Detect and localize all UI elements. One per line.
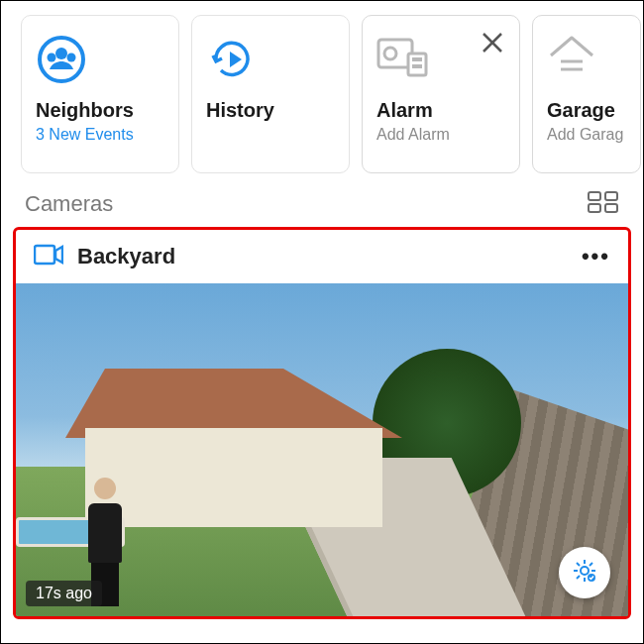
history-icon [206, 34, 335, 97]
garage-label: Garage [547, 99, 626, 122]
svg-rect-14 [589, 192, 600, 200]
svg-line-28 [577, 576, 580, 579]
camera-preview[interactable]: 17s ago [16, 283, 628, 616]
gear-icon [572, 558, 597, 588]
neighbors-icon [36, 34, 164, 97]
garage-tile[interactable]: Garage Add Garag [532, 15, 641, 173]
dashboard-tiles-row: Neighbors 3 New Events History [1, 1, 643, 185]
grid-view-icon[interactable] [588, 191, 619, 217]
svg-line-27 [590, 563, 592, 566]
camera-settings-button[interactable] [559, 547, 610, 598]
camera-card-header: Backyard ••• [16, 230, 628, 283]
neighbors-sub[interactable]: 3 New Events [36, 126, 164, 144]
camera-name: Backyard [77, 244, 568, 269]
svg-rect-18 [35, 246, 54, 264]
svg-point-20 [581, 567, 589, 575]
svg-line-25 [577, 563, 580, 566]
svg-point-3 [67, 54, 76, 62]
timestamp-badge: 17s ago [26, 581, 102, 606]
alarm-sub: Add Alarm [376, 126, 505, 144]
svg-rect-15 [605, 192, 617, 200]
svg-point-8 [384, 48, 396, 59]
neighbors-tile[interactable]: Neighbors 3 New Events [21, 15, 179, 173]
camera-icon [34, 244, 63, 269]
cameras-section-label: Cameras [25, 191, 113, 217]
svg-rect-17 [605, 204, 617, 212]
more-options-icon[interactable]: ••• [582, 244, 610, 269]
svg-marker-4 [230, 52, 242, 67]
alarm-label: Alarm [376, 99, 505, 122]
garage-sub: Add Garag [547, 126, 626, 144]
alarm-tile[interactable]: Alarm Add Alarm [362, 15, 520, 173]
svg-rect-10 [412, 57, 422, 61]
svg-point-1 [55, 48, 67, 59]
camera-card-backyard[interactable]: Backyard ••• 17s ago [13, 227, 631, 619]
svg-rect-16 [589, 204, 600, 212]
svg-rect-11 [412, 64, 422, 68]
history-label: History [206, 99, 335, 122]
svg-marker-19 [55, 247, 62, 263]
history-tile[interactable]: History [191, 15, 350, 173]
neighbors-label: Neighbors [36, 99, 164, 122]
svg-point-2 [48, 54, 56, 62]
garage-icon [547, 34, 626, 97]
cameras-section-header: Cameras [1, 185, 643, 227]
close-icon[interactable] [480, 30, 505, 59]
